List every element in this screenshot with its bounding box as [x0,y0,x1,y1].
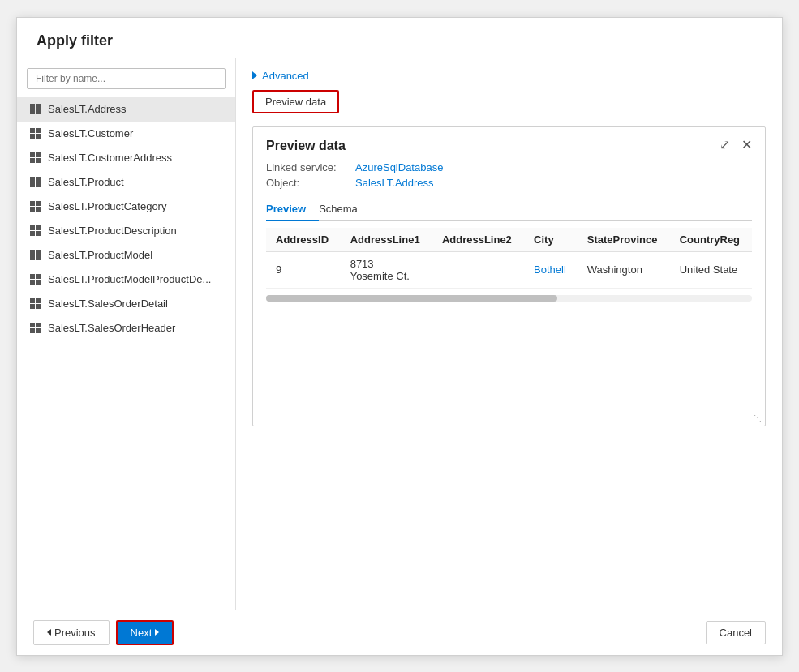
linked-service-label: Linked service: [266,161,355,173]
cell-line2 [432,251,524,288]
previous-button[interactable]: Previous [33,620,110,645]
table-grid-icon [28,176,41,189]
col-header-addressline2: AddressLine2 [432,228,524,252]
col-header-addressline1: AddressLine1 [341,228,432,252]
scroll-thumb [266,295,557,302]
dialog-title: Apply filter [17,18,782,58]
list-item[interactable]: SalesLT.Customer [17,122,235,146]
table-list: SalesLT.Address SalesLT.Customer SalesLT… [17,97,235,340]
preview-panel: ⤢ ✕ Preview data Linked service: AzureSq… [252,126,766,426]
preview-data-button[interactable]: Preview data [252,90,339,113]
close-icon[interactable]: ✕ [740,137,754,153]
sidebar: SalesLT.Address SalesLT.Customer SalesLT… [17,58,236,610]
expand-icon[interactable]: ⤢ [718,137,732,153]
table-name: SalesLT.ProductCategory [48,200,166,212]
horizontal-scrollbar[interactable] [266,295,752,302]
filter-input[interactable] [27,68,226,89]
cell-city: Bothell [524,251,578,288]
col-header-addressid: AddressID [266,228,341,252]
col-header-countryreg: CountryReg [670,228,752,252]
preview-table: AddressID AddressLine1 AddressLine2 City… [266,228,752,289]
table-name: SalesLT.CustomerAddress [48,152,172,164]
table-row: 9 8713Yosemite Ct. Bothell Washington Un… [266,251,752,288]
preview-panel-title: Preview data [266,139,752,153]
cell-id: 9 [266,251,341,288]
advanced-row[interactable]: Advanced [252,70,766,82]
list-item[interactable]: SalesLT.ProductModel [17,243,235,268]
table-grid-icon [28,297,41,310]
list-item[interactable]: SalesLT.Address [17,97,235,122]
table-name: SalesLT.Customer [48,127,133,139]
preview-tabs: Preview Schema [266,197,752,221]
dialog-body: SalesLT.Address SalesLT.Customer SalesLT… [17,58,782,610]
object-label: Object: [266,177,355,189]
list-item[interactable]: SalesLT.SalesOrderHeader [17,316,235,340]
dialog-footer: Previous Next Cancel [17,610,782,655]
filter-input-wrap [17,68,235,97]
table-name: SalesLT.ProductModelProductDe... [48,273,211,285]
cell-country: United State [670,251,752,288]
data-table-wrap: AddressID AddressLine1 AddressLine2 City… [266,228,752,302]
table-grid-icon [28,103,41,116]
footer-left: Previous Next [33,620,174,645]
list-item[interactable]: SalesLT.CustomerAddress [17,146,235,170]
table-name: SalesLT.Product [48,176,124,188]
list-item[interactable]: SalesLT.Product [17,170,235,195]
table-grid-icon [28,200,41,213]
list-item[interactable]: SalesLT.ProductCategory [17,195,235,219]
next-button[interactable]: Next [116,620,174,645]
col-header-stateprovince: StateProvince [578,228,670,252]
right-panel: Advanced Preview data ⤢ ✕ Preview data L… [236,58,782,610]
table-grid-icon [28,249,41,262]
tab-preview[interactable]: Preview [266,197,319,221]
table-name: SalesLT.ProductModel [48,249,152,261]
table-grid-icon [28,225,41,238]
chevron-left-icon [47,629,51,636]
table-grid-icon [28,322,41,335]
apply-filter-dialog: Apply filter SalesLT.Address [16,17,783,656]
list-item[interactable]: SalesLT.ProductModelProductDe... [17,268,235,292]
table-grid-icon [28,273,41,286]
cancel-button[interactable]: Cancel [706,621,766,644]
resize-handle[interactable]: ⋱ [754,414,762,422]
cell-state: Washington [578,251,670,288]
object-value: SalesLT.Address [355,177,434,189]
table-grid-icon [28,127,41,140]
list-item[interactable]: SalesLT.SalesOrderDetail [17,292,235,316]
table-name: SalesLT.ProductDescription [48,225,177,237]
preview-data-btn-wrap: Preview data [252,90,766,113]
table-name: SalesLT.Address [48,103,127,115]
advanced-label: Advanced [262,70,309,82]
table-name: SalesLT.SalesOrderHeader [48,322,175,334]
chevron-right-icon [252,71,257,79]
linked-service-value: AzureSqlDatabase [355,161,443,173]
object-row: Object: SalesLT.Address [266,177,752,189]
table-name: SalesLT.SalesOrderDetail [48,297,168,310]
cell-line1: 8713Yosemite Ct. [341,251,432,288]
linked-service-row: Linked service: AzureSqlDatabase [266,161,752,173]
chevron-right-icon [155,629,159,636]
table-header-row: AddressID AddressLine1 AddressLine2 City… [266,228,752,252]
panel-icons: ⤢ ✕ [718,137,754,153]
tab-schema[interactable]: Schema [319,197,371,221]
list-item[interactable]: SalesLT.ProductDescription [17,219,235,243]
col-header-city: City [524,228,578,252]
table-grid-icon [28,152,41,165]
